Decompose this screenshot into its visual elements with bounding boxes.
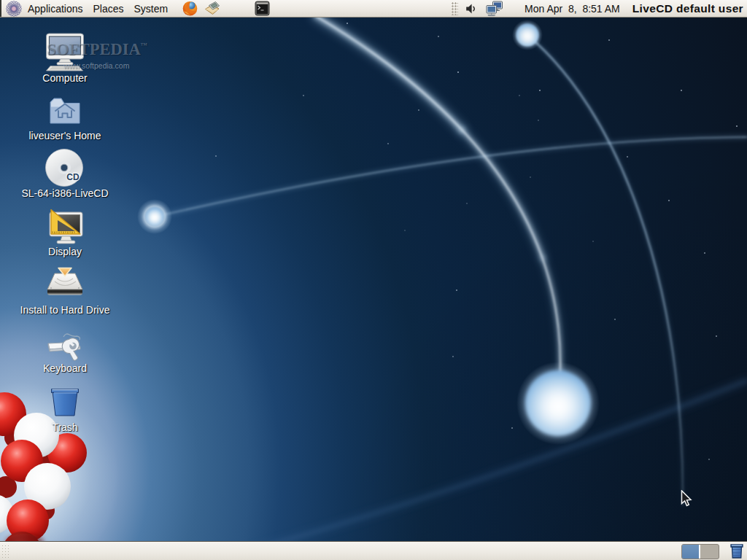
svg-text:CD: CD: [66, 172, 80, 182]
